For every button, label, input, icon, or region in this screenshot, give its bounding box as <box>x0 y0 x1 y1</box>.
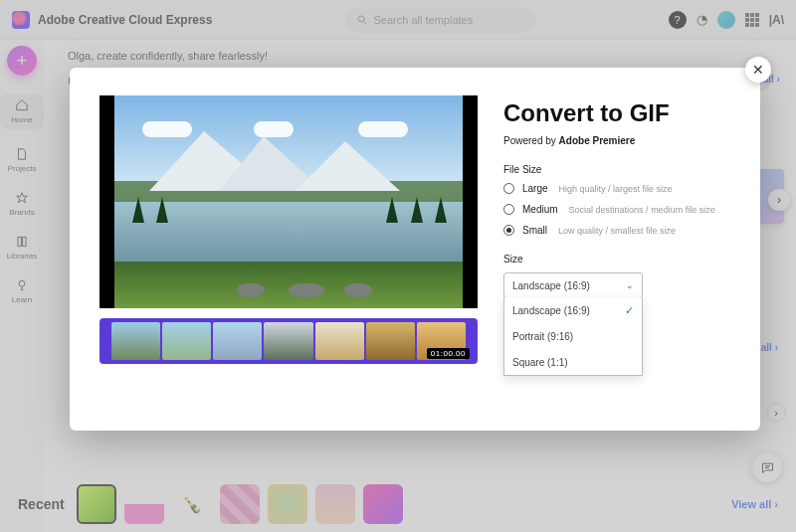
filmstrip-frame[interactable] <box>366 322 415 360</box>
file-size-small[interactable]: Small Low quality / smallest file size <box>503 225 730 236</box>
option-hint: High quality / largest file size <box>559 184 673 194</box>
file-size-medium[interactable]: Medium Social destinations / medium file… <box>503 204 730 215</box>
preview-image <box>114 95 463 308</box>
option-label: Small <box>522 225 547 236</box>
filmstrip-frame[interactable] <box>315 322 364 360</box>
size-option-portrait[interactable]: Portrait (9:16) <box>504 323 642 349</box>
video-preview[interactable] <box>100 95 478 308</box>
trim-handle-left[interactable] <box>103 322 109 360</box>
size-label: Size <box>503 254 730 265</box>
close-button[interactable]: ✕ <box>745 57 771 83</box>
check-icon: ✓ <box>625 304 634 317</box>
option-label: Landscape (16:9) <box>512 305 590 316</box>
size-option-square[interactable]: Square (1:1) <box>504 349 642 375</box>
settings-column: Convert to GIF Powered by Adobe Premiere… <box>503 95 730 407</box>
modal-title: Convert to GIF <box>503 99 730 127</box>
radio-icon <box>503 183 514 194</box>
chevron-down-icon: ⌄ <box>626 280 634 290</box>
file-size-large[interactable]: Large High quality / largest file size <box>503 183 730 194</box>
option-label: Square (1:1) <box>512 357 568 368</box>
option-hint: Social destinations / medium file size <box>569 205 715 215</box>
radio-icon <box>503 225 514 236</box>
size-selected-value: Landscape (16:9) <box>512 280 590 291</box>
file-size-options: Large High quality / largest file size M… <box>503 183 730 236</box>
option-label: Large <box>522 183 548 194</box>
size-option-landscape[interactable]: Landscape (16:9) ✓ <box>504 297 642 323</box>
close-icon: ✕ <box>752 62 764 78</box>
preview-column: 01:00.00 <box>100 95 478 407</box>
powered-by: Powered by Adobe Premiere <box>503 135 730 146</box>
option-hint: Low quality / smallest file size <box>558 226 676 236</box>
convert-to-gif-modal: ✕ 01:00.00 Convert to GIF <box>70 68 760 431</box>
filmstrip-frame[interactable] <box>111 322 160 360</box>
filmstrip-frame[interactable] <box>162 322 211 360</box>
option-label: Portrait (9:16) <box>512 331 573 342</box>
powered-pre: Powered by <box>503 135 559 146</box>
filmstrip-frame[interactable] <box>213 322 262 360</box>
powered-brand: Adobe Premiere <box>559 135 636 146</box>
file-size-label: File Size <box>503 164 730 175</box>
filmstrip-frame[interactable] <box>264 322 312 360</box>
option-label: Medium <box>522 204 558 215</box>
filmstrip[interactable]: 01:00.00 <box>100 318 478 364</box>
radio-icon <box>503 204 514 215</box>
timecode: 01:00.00 <box>427 348 470 359</box>
size-dropdown: Landscape (16:9) ✓ Portrait (9:16) Squar… <box>503 297 643 376</box>
size-select[interactable]: Landscape (16:9) ⌄ Landscape (16:9) ✓ Po… <box>503 272 643 298</box>
